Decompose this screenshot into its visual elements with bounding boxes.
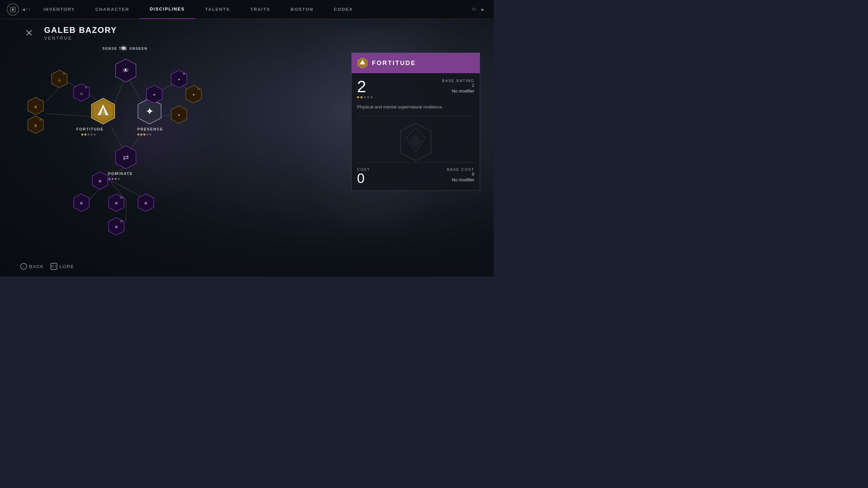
node-bot-5[interactable]: ❋ IV [108, 217, 125, 237]
dominate-dots [108, 178, 120, 180]
nav-item-codex[interactable]: CODEX [323, 0, 363, 19]
dot-d3 [115, 178, 117, 180]
fortitude-icon [357, 57, 368, 69]
back-button[interactable]: ○ BACK [20, 263, 44, 270]
nav-right-arrow[interactable]: ► [479, 5, 487, 14]
rating-dot-4 [367, 96, 369, 98]
nav-logo [7, 3, 19, 16]
dot-p2 [140, 134, 142, 136]
node-right[interactable]: ✦ [171, 105, 188, 125]
discipline-tree: 👁 SENSE THE UNSEEN FORTITUDE ✦ PRESENCE [17, 44, 271, 254]
dot-d2 [112, 178, 114, 180]
info-rating-right: BASE RATING 2 No modifier [442, 79, 474, 94]
info-description: Physical and mental supernatural resilie… [357, 104, 474, 116]
char-info: GALEB BAZORY VENTRUE [44, 25, 117, 41]
svg-rect-1 [12, 8, 14, 11]
dot-p5 [150, 134, 152, 136]
base-rating-label: BASE RATING [442, 79, 474, 83]
cost-left: COST 0 [357, 167, 370, 185]
info-rating-number: 2 [357, 79, 373, 95]
node-tl-2[interactable]: ⚔ II [73, 83, 90, 103]
node-fortitude-label: FORTITUDE [76, 127, 104, 131]
svg-text:⇄: ⇄ [123, 153, 129, 162]
node-bot-4[interactable]: ❋ [137, 193, 154, 214]
node-dominate[interactable]: ⇄ [115, 145, 137, 171]
node-bot-3[interactable]: ❋ III [108, 193, 125, 214]
info-panel-title: FORTITUDE [372, 60, 416, 67]
lore-button[interactable]: R3 LORE [51, 263, 74, 270]
dot-5 [94, 134, 96, 136]
svg-text:✦: ✦ [192, 93, 195, 97]
back-label: BACK [29, 264, 44, 269]
rating-modifier: No modifier [442, 88, 474, 94]
node-bot-1[interactable]: ❋ [92, 171, 108, 191]
nav-item-disciplines[interactable]: DISCIPLINES [139, 0, 195, 19]
svg-text:II: II [85, 86, 87, 89]
nav-item-character[interactable]: CHARACTER [85, 0, 139, 19]
node-left-1[interactable]: ⚜ [27, 97, 44, 117]
base-cost-value: 0 [447, 171, 474, 177]
svg-text:II: II [63, 72, 65, 76]
bottom-nav: ○ BACK R3 LORE [20, 263, 74, 270]
svg-text:❋: ❋ [115, 201, 118, 206]
node-left-2[interactable]: ⚜ III [27, 115, 44, 136]
rating-dot-3 [364, 96, 366, 98]
svg-text:❋: ❋ [80, 201, 83, 206]
lore-label: LORE [59, 264, 74, 269]
info-panel: FORTITUDE 2 BASE RATING 2 No modifier Ph… [351, 53, 480, 191]
svg-text:⚜: ⚜ [34, 104, 38, 110]
svg-text:❋: ❋ [144, 201, 147, 206]
svg-text:👁: 👁 [123, 67, 129, 74]
rating-dot-2 [360, 96, 362, 98]
svg-text:❋: ❋ [98, 179, 102, 184]
svg-text:✦: ✦ [153, 93, 156, 97]
node-tl-1[interactable]: ⚔ II [51, 69, 68, 90]
svg-text:III: III [39, 118, 42, 121]
node-presence-label: PRESENCE [137, 127, 163, 131]
watermark-icon [357, 122, 474, 162]
node-tr-2[interactable]: ✦ [146, 85, 163, 105]
node-tr-3[interactable]: ✦ IV [185, 85, 202, 105]
char-clan: VENTRUE [44, 36, 117, 41]
char-icon: ✕ [20, 24, 37, 41]
svg-text:✦: ✦ [146, 106, 153, 117]
info-panel-body: 2 BASE RATING 2 No modifier Physical and… [352, 73, 480, 190]
lore-btn-icon: R3 [51, 263, 57, 270]
svg-text:⚔: ⚔ [57, 77, 62, 83]
svg-text:❋: ❋ [115, 225, 118, 229]
info-rating-left: 2 [357, 79, 373, 98]
node-dominate-label: DOMINATE [108, 171, 133, 176]
rating-dot-1 [357, 96, 359, 98]
node-sense-unseen-label: SENSE THE UNSEEN [102, 47, 147, 50]
dot-p3 [143, 134, 145, 136]
nav-bar: ◄ L1 INVENTORY CHARACTER DISCIPLINES TAL… [0, 0, 494, 19]
dot-d1 [108, 178, 111, 180]
nav-item-inventory[interactable]: INVENTORY [33, 0, 85, 19]
nav-item-talents[interactable]: TALENTS [195, 0, 240, 19]
info-cost-row: COST 0 BASE COST 0 No modifier [357, 162, 474, 185]
svg-text:IV: IV [197, 87, 200, 91]
cost-right: BASE COST 0 No modifier [447, 167, 474, 182]
svg-text:✦: ✦ [177, 77, 181, 82]
close-icon: ✕ [25, 27, 33, 39]
nav-item-boston[interactable]: BOSTON [280, 0, 323, 19]
dot-p4 [146, 134, 149, 136]
node-bot-2[interactable]: ❋ [73, 193, 90, 214]
nav-item-traits[interactable]: TRAITS [240, 0, 280, 19]
nav-left-arrow[interactable]: ◄ L1 [22, 5, 30, 14]
dot-p1 [137, 134, 139, 136]
logo-icon [9, 6, 16, 13]
node-fortitude[interactable] [91, 98, 115, 126]
rating-dot-5 [371, 96, 373, 98]
info-rating-dots [357, 96, 373, 98]
node-sense-unseen[interactable]: 👁 [115, 58, 137, 84]
base-cost-label: BASE COST [447, 167, 474, 171]
svg-text:III: III [183, 72, 185, 76]
nav-items: INVENTORY CHARACTER DISCIPLINES TALENTS … [33, 0, 472, 19]
char-name: GALEB BAZORY [44, 25, 117, 35]
presence-dots [137, 134, 152, 136]
char-header: ✕ GALEB BAZORY VENTRUE [20, 24, 117, 41]
dot-2 [84, 134, 86, 136]
dot-4 [91, 134, 93, 136]
svg-text:⚔: ⚔ [79, 91, 84, 96]
